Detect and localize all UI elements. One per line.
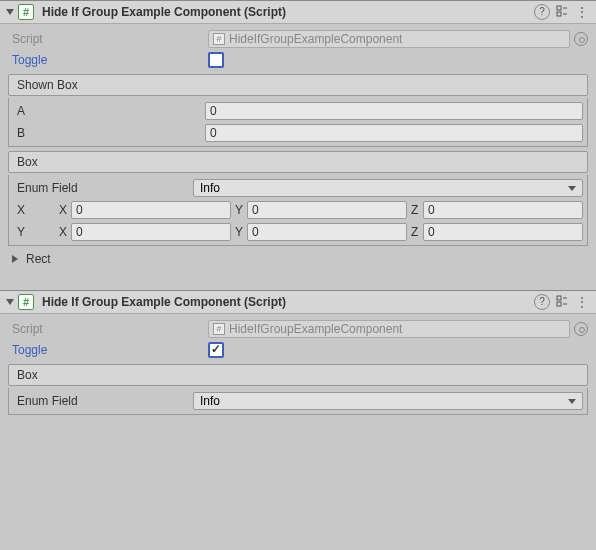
x-row-label: X — [13, 203, 59, 217]
enum-dropdown[interactable]: Info — [193, 179, 583, 197]
gap — [0, 276, 596, 290]
y-y-input[interactable] — [247, 223, 407, 241]
foldout-icon[interactable] — [6, 9, 14, 15]
vec-y-label: Y — [235, 225, 245, 239]
rect-label: Rect — [26, 252, 51, 266]
rect-foldout[interactable]: Rect — [8, 250, 588, 268]
enum-label: Enum Field — [13, 181, 193, 195]
box-header: Box — [8, 364, 588, 386]
component-2: # Hide If Group Example Component (Scrip… — [0, 290, 596, 427]
svg-rect-0 — [557, 6, 561, 10]
object-picker-icon[interactable] — [574, 32, 588, 46]
help-icon[interactable]: ? — [534, 4, 550, 20]
svg-rect-4 — [557, 296, 561, 300]
x-z-input[interactable] — [423, 201, 583, 219]
a-label: A — [13, 104, 205, 118]
component-header[interactable]: # Hide If Group Example Component (Scrip… — [0, 1, 596, 24]
toggle-checkbox[interactable] — [208, 342, 224, 358]
chevron-down-icon — [568, 399, 576, 404]
preset-icon[interactable] — [554, 294, 570, 310]
help-icon[interactable]: ? — [534, 294, 550, 310]
enum-value: Info — [200, 394, 220, 408]
box-body: Enum Field Info — [8, 388, 588, 415]
y-z-input[interactable] — [423, 223, 583, 241]
foldout-closed-icon — [12, 255, 18, 263]
shown-box-body: A B — [8, 98, 588, 147]
component-title: Hide If Group Example Component (Script) — [42, 295, 530, 309]
svg-rect-5 — [557, 302, 561, 306]
vec-x-label: X — [59, 203, 69, 217]
toggle-checkbox[interactable] — [208, 52, 224, 68]
component-title: Hide If Group Example Component (Script) — [42, 5, 530, 19]
toggle-label: Toggle — [8, 343, 208, 357]
script-name: HideIfGroupExampleComponent — [229, 32, 402, 46]
script-label: Script — [8, 322, 208, 336]
enum-value: Info — [200, 181, 220, 195]
script-icon: # — [18, 4, 34, 20]
chevron-down-icon — [568, 186, 576, 191]
y-row-label: Y — [13, 225, 59, 239]
enum-label: Enum Field — [13, 394, 193, 408]
toggle-label: Toggle — [8, 53, 208, 67]
enum-dropdown[interactable]: Info — [193, 392, 583, 410]
y-x-input[interactable] — [71, 223, 231, 241]
vec-x-label: X — [59, 225, 69, 239]
component-header[interactable]: # Hide If Group Example Component (Scrip… — [0, 291, 596, 314]
menu-icon[interactable]: ⋮ — [574, 294, 590, 310]
vec-z-label: Z — [411, 203, 421, 217]
script-label: Script — [8, 32, 208, 46]
vec-z-label: Z — [411, 225, 421, 239]
script-reference: # HideIfGroupExampleComponent — [208, 30, 570, 48]
preset-icon[interactable] — [554, 4, 570, 20]
box-header: Box — [8, 151, 588, 173]
script-name: HideIfGroupExampleComponent — [229, 322, 402, 336]
shown-box-header: Shown Box — [8, 74, 588, 96]
script-reference: # HideIfGroupExampleComponent — [208, 320, 570, 338]
b-label: B — [13, 126, 205, 140]
svg-rect-1 — [557, 12, 561, 16]
box-body: Enum Field Info X X Y Z Y X Y — [8, 175, 588, 246]
component-body: Script # HideIfGroupExampleComponent Tog… — [0, 314, 596, 427]
x-x-input[interactable] — [71, 201, 231, 219]
script-icon: # — [18, 294, 34, 310]
component-body: Script # HideIfGroupExampleComponent Tog… — [0, 24, 596, 276]
component-1: # Hide If Group Example Component (Scrip… — [0, 0, 596, 276]
foldout-icon[interactable] — [6, 299, 14, 305]
x-y-input[interactable] — [247, 201, 407, 219]
a-input[interactable] — [205, 102, 583, 120]
object-picker-icon[interactable] — [574, 322, 588, 336]
script-mini-icon: # — [213, 33, 225, 45]
vec-y-label: Y — [235, 203, 245, 217]
b-input[interactable] — [205, 124, 583, 142]
menu-icon[interactable]: ⋮ — [574, 4, 590, 20]
script-mini-icon: # — [213, 323, 225, 335]
